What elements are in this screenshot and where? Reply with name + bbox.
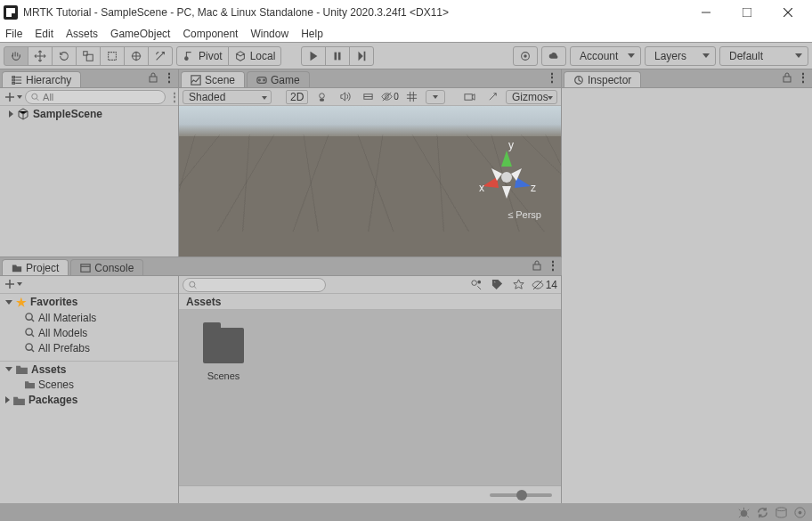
asset-grid[interactable]: Scenes [179, 310, 561, 485]
pivot-toggle-button[interactable]: Pivot [176, 46, 229, 66]
menu-edit[interactable]: Edit [35, 28, 53, 40]
status-activity-icon[interactable] [793, 506, 807, 519]
svg-rect-11 [364, 51, 366, 61]
asset-folder-scenes[interactable]: Scenes [197, 328, 250, 381]
scene-grid-options[interactable] [426, 90, 445, 104]
favorite-item[interactable]: All Models [0, 325, 178, 340]
panel-menu-icon[interactable]: ⋮ [164, 71, 175, 84]
folder-icon [203, 328, 244, 363]
scene-grid-toggle[interactable] [402, 90, 422, 104]
project-search-input[interactable] [183, 278, 326, 292]
hidden-assets-count[interactable]: 14 [532, 279, 557, 291]
svg-point-37 [472, 281, 477, 286]
svg-rect-31 [81, 264, 90, 272]
star-icon: ★ [16, 296, 27, 309]
svg-rect-41 [784, 77, 791, 82]
scene-tab[interactable]: Scene [181, 71, 245, 87]
status-autorefresh-icon[interactable] [756, 506, 769, 519]
scene-shading-dropdown[interactable]: Shaded [183, 90, 272, 104]
packages-root[interactable]: Packages [0, 392, 178, 408]
asset-zoom-slider[interactable] [490, 493, 552, 497]
scale-tool-button[interactable] [76, 46, 101, 66]
scene-camera-button[interactable] [459, 90, 479, 104]
favorite-item[interactable]: All Materials [0, 310, 178, 325]
menu-file[interactable]: File [5, 28, 22, 40]
console-tab[interactable]: Console [70, 259, 143, 275]
svg-text:y: y [508, 142, 514, 151]
assets-child-scenes[interactable]: Scenes [0, 377, 178, 392]
hierarchy-tab[interactable]: Hierarchy [2, 71, 81, 87]
menu-gameobject[interactable]: GameObject [110, 28, 170, 40]
window-title: MRTK Tutorial - SampleScene - PC, Mac & … [23, 6, 449, 19]
collab-button[interactable] [513, 46, 538, 66]
rect-tool-button[interactable] [100, 46, 125, 66]
hierarchy-search-input[interactable] [25, 90, 166, 104]
axis-gizmo[interactable]: x y z [475, 142, 538, 204]
menu-component[interactable]: Component [183, 28, 238, 40]
hierarchy-create-button[interactable] [0, 89, 25, 105]
pause-button[interactable] [325, 46, 350, 66]
svg-point-39 [494, 281, 496, 283]
window-maximize-button[interactable] [727, 0, 767, 25]
step-button[interactable] [349, 46, 374, 66]
scene-lighting-toggle[interactable] [312, 90, 331, 104]
inspector-body [562, 87, 812, 503]
cloud-button[interactable] [541, 46, 566, 66]
svg-rect-16 [12, 82, 15, 84]
menu-assets[interactable]: Assets [66, 28, 98, 40]
search-by-label-button[interactable] [489, 278, 507, 292]
status-cache-icon[interactable] [775, 506, 788, 519]
status-bug-icon[interactable] [737, 506, 751, 519]
svg-text:x: x [479, 182, 484, 194]
project-breadcrumb[interactable]: Assets [179, 294, 561, 310]
save-search-button[interactable] [510, 278, 528, 292]
svg-point-43 [776, 507, 786, 510]
account-dropdown[interactable]: Account [570, 46, 641, 66]
scene-fx-toggle[interactable] [358, 90, 378, 104]
scene-audio-toggle[interactable] [335, 90, 354, 104]
menu-window[interactable]: Window [250, 28, 288, 40]
inspector-tab[interactable]: Inspector [564, 71, 641, 87]
favorites-header[interactable]: ★Favorites [0, 294, 178, 310]
search-by-type-button[interactable] [467, 278, 485, 292]
project-tab[interactable]: Project [2, 259, 69, 275]
rotate-tool-button[interactable] [52, 46, 77, 66]
expand-arrow-icon[interactable] [9, 110, 13, 118]
window-close-button[interactable] [767, 0, 808, 25]
hierarchy-search-menu[interactable]: ⋮ [169, 91, 178, 103]
menu-help[interactable]: Help [301, 28, 323, 40]
project-create-button[interactable] [0, 276, 25, 292]
svg-point-45 [799, 510, 802, 514]
scene-viewport[interactable]: x y z Persp [179, 106, 561, 256]
svg-rect-32 [533, 265, 540, 270]
local-toggle-button[interactable]: Local [228, 46, 282, 66]
move-tool-button[interactable] [28, 46, 53, 66]
svg-point-23 [320, 94, 325, 99]
svg-point-22 [264, 79, 265, 81]
svg-rect-6 [109, 52, 117, 60]
assets-root[interactable]: Assets [0, 361, 178, 377]
transform-tool-button[interactable] [124, 46, 149, 66]
inspector-panel-menu[interactable]: ⋮ [798, 71, 808, 84]
window-minimize-button[interactable] [686, 0, 727, 25]
hand-tool-button[interactable] [4, 46, 28, 66]
svg-rect-14 [12, 76, 15, 77]
svg-rect-10 [338, 52, 341, 60]
game-tab[interactable]: Game [247, 71, 310, 87]
custom-tools-button[interactable] [148, 46, 173, 66]
scene-hidden-toggle[interactable]: 0 [381, 90, 399, 104]
layout-dropdown[interactable]: Default [719, 46, 808, 66]
svg-point-35 [26, 344, 32, 350]
hierarchy-root-item[interactable]: SampleScene [0, 106, 178, 122]
play-button[interactable] [301, 46, 326, 66]
favorite-item[interactable]: All Prefabs [0, 340, 178, 355]
scene-2d-toggle[interactable]: 2D [286, 90, 308, 104]
scene-gizmos-dropdown[interactable]: Gizmos [506, 90, 557, 104]
scene-panel-menu[interactable]: ⋮ [547, 71, 557, 84]
scene-tools-button[interactable] [483, 90, 502, 104]
scene-projection-label[interactable]: Persp [508, 209, 541, 220]
project-panel-menu[interactable]: ⋮ [548, 259, 558, 272]
svg-rect-26 [464, 94, 471, 101]
layers-dropdown[interactable]: Layers [645, 46, 716, 66]
unity-logo-icon [4, 5, 18, 20]
